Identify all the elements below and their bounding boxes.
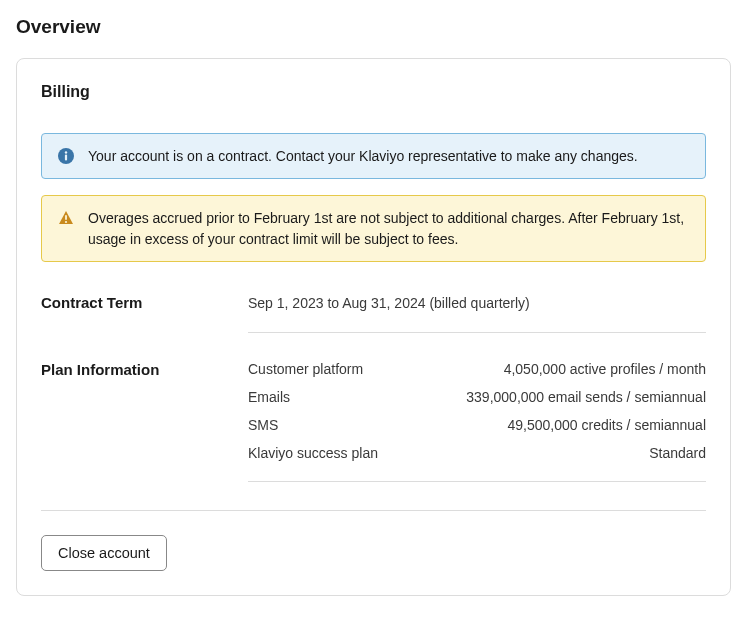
- info-icon: [58, 148, 74, 164]
- plan-item-value: 339,000,000 email sends / semiannual: [466, 389, 706, 405]
- alert-warning-text: Overages accrued prior to February 1st a…: [88, 208, 689, 249]
- contract-term-label: Contract Term: [41, 294, 248, 333]
- svg-rect-2: [65, 155, 67, 161]
- close-account-button[interactable]: Close account: [41, 535, 167, 571]
- plan-item-name: SMS: [248, 417, 278, 433]
- alert-info: Your account is on a contract. Contact y…: [41, 133, 706, 179]
- svg-rect-3: [65, 215, 67, 220]
- warning-icon: [58, 210, 74, 226]
- page-title: Overview: [16, 16, 731, 38]
- svg-point-4: [65, 221, 67, 223]
- plan-item-value: Standard: [649, 445, 706, 461]
- plan-item-name: Emails: [248, 389, 290, 405]
- contract-term-value: Sep 1, 2023 to Aug 31, 2024 (billed quar…: [248, 295, 530, 311]
- billing-card: Billing Your account is on a contract. C…: [16, 58, 731, 596]
- alert-info-text: Your account is on a contract. Contact y…: [88, 146, 638, 166]
- plan-item-value: 4,050,000 active profiles / month: [504, 361, 706, 377]
- contract-term-value-block: Sep 1, 2023 to Aug 31, 2024 (billed quar…: [248, 294, 706, 333]
- plan-line: Klaviyo success plan Standard: [248, 445, 706, 461]
- actions-section: Close account: [41, 510, 706, 571]
- details-section: Contract Term Sep 1, 2023 to Aug 31, 202…: [41, 294, 706, 482]
- plan-item-name: Customer platform: [248, 361, 363, 377]
- contract-term-row: Contract Term Sep 1, 2023 to Aug 31, 202…: [41, 294, 706, 333]
- svg-point-1: [65, 151, 67, 153]
- plan-line: Customer platform 4,050,000 active profi…: [248, 361, 706, 377]
- card-title: Billing: [41, 83, 706, 101]
- plan-info-block: Customer platform 4,050,000 active profi…: [248, 361, 706, 482]
- plan-line: Emails 339,000,000 email sends / semiann…: [248, 389, 706, 405]
- plan-info-label: Plan Information: [41, 361, 248, 482]
- plan-info-row: Plan Information Customer platform 4,050…: [41, 361, 706, 482]
- plan-item-value: 49,500,000 credits / semiannual: [508, 417, 706, 433]
- alert-warning: Overages accrued prior to February 1st a…: [41, 195, 706, 262]
- plan-item-name: Klaviyo success plan: [248, 445, 378, 461]
- plan-line: SMS 49,500,000 credits / semiannual: [248, 417, 706, 433]
